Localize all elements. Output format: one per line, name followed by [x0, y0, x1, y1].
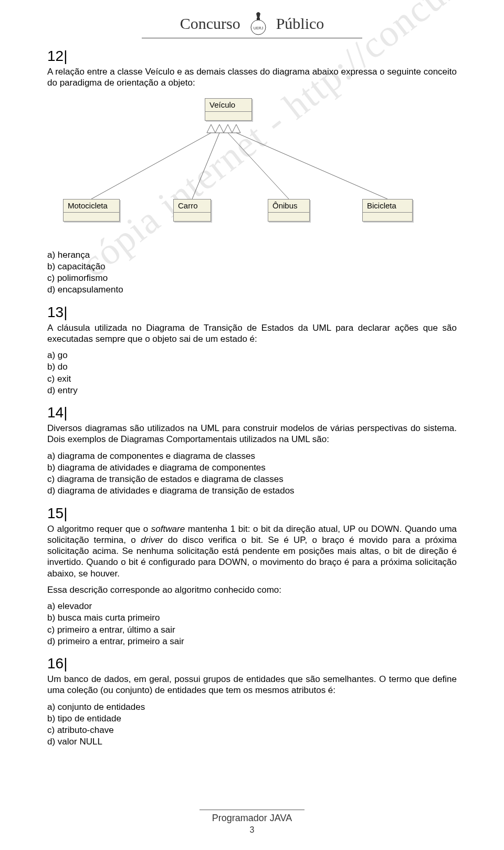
option-13a: a) go	[47, 350, 457, 361]
option-16c: c) atributo-chave	[47, 725, 457, 736]
svg-line-7	[91, 133, 211, 199]
uml-class-veiculo: Veículo	[205, 98, 252, 121]
option-14d: d) diagrama de atividades e diagrama de …	[47, 485, 457, 496]
header-right: Público	[276, 14, 324, 34]
header-underline	[142, 38, 362, 38]
option-15d: d) primeiro a entrar, primeiro a sair	[47, 636, 457, 647]
question-text-14: Diversos diagramas são utilizados na UML…	[47, 423, 457, 445]
option-13b: b) do	[47, 361, 457, 372]
uml-class-carro: Carro	[173, 199, 211, 222]
options-15: a) elevador b) busca mais curta primeiro…	[47, 601, 457, 647]
options-13: a) go b) do c) exit d) entry	[47, 350, 457, 396]
question-number-14: 14|	[47, 403, 457, 422]
options-16: a) conjunto de entidades b) tipo de enti…	[47, 701, 457, 748]
question-text-15: O algoritmo requer que o software manten…	[47, 523, 457, 579]
option-14a: a) diagrama de componentes e diagrama de…	[47, 450, 457, 461]
svg-marker-5	[224, 124, 232, 133]
question-subtext-15: Essa descrição corresponde ao algoritmo …	[47, 584, 457, 595]
question-text-13: A cláusula utilizada no Diagrama de Tran…	[47, 322, 457, 345]
option-15a: a) elevador	[47, 601, 457, 612]
option-16b: b) tipo de entidade	[47, 713, 457, 724]
uml-class-bicicleta: Bicicleta	[362, 199, 413, 222]
option-15b: b) busca mais curta primeiro	[47, 612, 457, 623]
option-16d: d) valor NULL	[47, 736, 457, 747]
footer-page-number: 3	[0, 825, 504, 835]
options-14: a) diagrama de componentes e diagrama de…	[47, 450, 457, 497]
option-16a: a) conjunto de entidades	[47, 701, 457, 712]
uml-class-onibus: Ônibus	[268, 199, 310, 222]
option-12a: a) herança	[47, 249, 457, 260]
option-12c: c) polimorfismo	[47, 272, 457, 284]
question-number-12: 12|	[47, 47, 457, 65]
question-number-15: 15|	[47, 504, 457, 522]
option-12d: d) encapsulamento	[47, 284, 457, 295]
svg-line-10	[236, 133, 387, 199]
svg-marker-4	[215, 124, 224, 133]
option-13d: d) entry	[47, 385, 457, 396]
page-footer: Programador JAVA 3	[0, 810, 504, 836]
option-14c: c) diagrama de transição de estados e di…	[47, 474, 457, 485]
svg-line-9	[228, 133, 289, 199]
svg-text:UERJ: UERJ	[254, 26, 263, 30]
footer-title: Programador JAVA	[0, 812, 504, 824]
options-12: a) herança b) capacitação c) polimorfism…	[47, 249, 457, 296]
svg-rect-2	[257, 18, 260, 20]
uerj-logo-icon: UERJ	[247, 11, 270, 37]
svg-line-8	[192, 133, 219, 199]
question-number-13: 13|	[47, 303, 457, 321]
option-12b: b) capacitação	[47, 261, 457, 272]
option-13c: c) exit	[47, 373, 457, 384]
uml-class-motocicleta: Motocicleta	[63, 199, 120, 222]
document-header: Concurso UERJ Público	[47, 11, 457, 38]
header-left: Concurso	[180, 14, 240, 34]
option-15c: c) primeiro a entrar, último a sair	[47, 624, 457, 635]
question-text-12: A relação entre a classe Veículo e as de…	[47, 66, 457, 89]
uml-diagram: Veículo Motocicleta Carro Ônibus Bicicle…	[47, 94, 457, 241]
option-14b: b) diagrama de atividades e diagrama de …	[47, 462, 457, 473]
svg-marker-6	[232, 124, 240, 133]
question-number-16: 16|	[47, 654, 457, 673]
question-text-16: Um banco de dados, em geral, possui grup…	[47, 674, 457, 696]
svg-marker-3	[207, 124, 215, 133]
